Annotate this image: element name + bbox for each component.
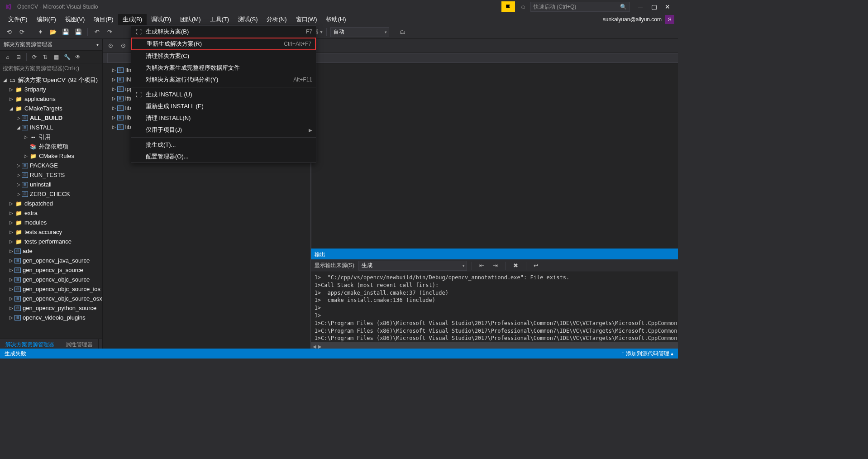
dropdown-arrow-icon[interactable]: ▾ [96, 42, 99, 47]
tree-item[interactable]: ▷⊞ade [0, 246, 102, 256]
tree-item[interactable]: ▷⊞gen_opencv_objc_source_ios [0, 284, 102, 294]
expand-arrow-icon[interactable]: ▷ [111, 96, 117, 101]
clear-icon[interactable]: ✖ [510, 260, 521, 271]
tree-item[interactable]: ▷📁tests accuracy [0, 227, 102, 237]
build-menu-item[interactable]: 清理 INSTALL(N) [131, 112, 316, 124]
maximize-button[interactable]: ▢ [647, 1, 661, 12]
undo-icon[interactable]: ↶ [91, 27, 102, 38]
expand-arrow-icon[interactable]: ▷ [111, 67, 117, 72]
collapse-icon[interactable]: ⊟ [14, 52, 24, 62]
build-menu-item[interactable]: 仅用于项目(J)▶ [131, 124, 316, 136]
menu-4[interactable]: 生成(B) [118, 14, 147, 25]
config-dropdown[interactable]: 自动 [330, 27, 389, 37]
nav-back-icon[interactable]: ⊙ [105, 40, 116, 51]
build-menu-item[interactable]: ⛶生成 INSTALL (U) [131, 89, 316, 100]
minimize-button[interactable]: ─ [634, 1, 647, 12]
nav-fwd-icon[interactable]: ⟳ [16, 27, 27, 38]
quick-launch[interactable]: 快速启动 (Ctrl+Q) 🔍 [530, 2, 630, 12]
tree-item[interactable]: ▷⊞gen_opencv_python_source [0, 303, 102, 313]
expand-arrow-icon[interactable]: ▷ [8, 230, 14, 234]
expand-arrow-icon[interactable]: ▷ [111, 115, 117, 120]
build-menu-item[interactable]: 为解决方案生成完整程序数据库文件 [131, 62, 316, 74]
user-email[interactable]: sunkaiyuan@aliyun.com [603, 16, 662, 23]
tree-item[interactable]: ▷⊞RUN_TESTS [0, 170, 102, 180]
expand-arrow-icon[interactable]: ▷ [8, 87, 14, 92]
build-menu-item[interactable]: 对解决方案运行代码分析(Y)Alt+F11 [131, 74, 316, 86]
expand-arrow-icon[interactable]: ▷ [15, 182, 22, 187]
tree-item[interactable]: ▷⊞gen_opencv_java_source [0, 256, 102, 265]
refresh-icon[interactable]: ⟳ [29, 52, 39, 62]
tree-item[interactable]: ◢⊞INSTALL [0, 123, 102, 132]
expand-arrow-icon[interactable]: ▷ [8, 239, 14, 244]
nav-back-icon[interactable]: ⟲ [4, 27, 14, 38]
feedback-icon[interactable]: ☺ [518, 1, 529, 12]
menu-5[interactable]: 调试(D) [147, 14, 176, 25]
next-msg-icon[interactable]: ⇥ [490, 260, 501, 271]
scroll-left-icon[interactable]: ◀ [313, 344, 316, 349]
tree-item[interactable]: ▷⊞gen_opencv_objc_source_osx [0, 294, 102, 303]
build-menu-item[interactable]: 批生成(T)... [131, 139, 316, 151]
menu-7[interactable]: 工具(T) [205, 14, 234, 25]
wrap-icon[interactable]: ↩ [531, 260, 542, 271]
expand-arrow-icon[interactable]: ▷ [111, 124, 117, 129]
open-icon[interactable]: 📂 [48, 27, 58, 38]
expand-arrow-icon[interactable]: ▷ [8, 220, 14, 225]
expand-arrow-icon[interactable]: ▷ [8, 210, 14, 215]
save-icon[interactable]: 💾 [60, 27, 71, 38]
menu-10[interactable]: 窗口(W) [291, 14, 322, 25]
toolbox-icon[interactable]: 🗂 [397, 27, 408, 38]
tree-item[interactable]: ▷⊞uninstall [0, 180, 102, 189]
notification-flag[interactable] [501, 1, 515, 12]
redo-icon[interactable]: ↷ [104, 27, 115, 38]
tree-item[interactable]: 📚外部依赖项 [0, 142, 102, 151]
tree-item[interactable]: ▷📁modules [0, 218, 102, 227]
tree-item[interactable]: ▷⊞gen_opencv_objc_source [0, 275, 102, 284]
menu-9[interactable]: 分析(N) [262, 14, 291, 25]
output-source-dropdown[interactable]: 生成 [358, 261, 467, 271]
expand-arrow-icon[interactable]: ▷ [111, 86, 117, 91]
expand-arrow-icon[interactable]: ▷ [8, 268, 14, 273]
expand-arrow-icon[interactable]: ▷ [8, 201, 14, 206]
expand-arrow-icon[interactable]: ▷ [23, 153, 29, 158]
build-menu-item[interactable]: 配置管理器(O)... [131, 151, 316, 163]
properties-icon[interactable]: 🔧 [62, 52, 72, 62]
expand-arrow-icon[interactable]: ▷ [15, 115, 22, 120]
new-project-icon[interactable]: ✦ [35, 27, 46, 38]
build-menu-item[interactable]: 清理解决方案(C) [131, 50, 316, 62]
menu-3[interactable]: 项目(P) [89, 14, 118, 25]
tree-item[interactable]: ◢📁CMakeTargets [0, 104, 102, 113]
menu-6[interactable]: 团队(M) [176, 14, 205, 25]
build-menu-item[interactable]: 重新生成 INSTALL (E) [131, 100, 316, 112]
tree-item[interactable]: ▷⊞opencv_videoio_plugins [0, 313, 102, 322]
expand-arrow-icon[interactable]: ▷ [8, 306, 14, 311]
expand-arrow-icon[interactable]: ▷ [8, 258, 14, 263]
build-menu-item[interactable]: 重新生成解决方案(R)Ctrl+Alt+F7 [131, 38, 316, 50]
tree-item[interactable]: ▷⊞PACKAGE [0, 161, 102, 170]
expand-arrow-icon[interactable]: ◢ [15, 125, 22, 130]
tree-item[interactable]: ▷⊞gen_opencv_js_source [0, 265, 102, 275]
tree-item[interactable]: ▷⊞ZERO_CHECK [0, 189, 102, 199]
menu-0[interactable]: 文件(F) [4, 14, 32, 25]
expand-arrow-icon[interactable]: ◢ [8, 106, 14, 111]
expand-arrow-icon[interactable]: ▷ [8, 96, 14, 101]
solution-root[interactable]: ◢ 🗃 解决方案'OpenCV' (92 个项目) [0, 75, 102, 85]
build-menu-item[interactable]: ⛶生成解决方案(B)F7 [131, 26, 316, 38]
menu-2[interactable]: 视图(V) [61, 14, 89, 25]
expand-arrow-icon[interactable]: ▷ [8, 315, 14, 320]
tree-item[interactable]: ▷📁applications [0, 94, 102, 104]
scroll-right-icon[interactable]: ▶ [318, 344, 322, 349]
expand-arrow-icon[interactable]: ▷ [8, 296, 14, 301]
expand-arrow-icon[interactable]: ▷ [8, 249, 14, 253]
home-icon[interactable]: ⌂ [3, 52, 13, 62]
expand-arrow-icon[interactable]: ▷ [111, 77, 117, 82]
user-badge[interactable]: S [665, 15, 674, 24]
show-all-icon[interactable]: ▦ [51, 52, 61, 62]
nav-forward-icon[interactable]: ⊙ [118, 40, 129, 51]
menu-8[interactable]: 测试(S) [234, 14, 262, 25]
tree-item[interactable]: ▷📁extra [0, 208, 102, 218]
save-all-icon[interactable]: 💾 [73, 27, 84, 38]
expand-arrow-icon[interactable]: ▷ [15, 191, 22, 196]
tree-item[interactable]: ▷📁3rdparty [0, 85, 102, 94]
output-content[interactable]: 1> "C:/cpp/vs/opencv/newbuild/bin/Debug/… [311, 272, 678, 342]
menu-11[interactable]: 帮助(H) [321, 14, 350, 25]
